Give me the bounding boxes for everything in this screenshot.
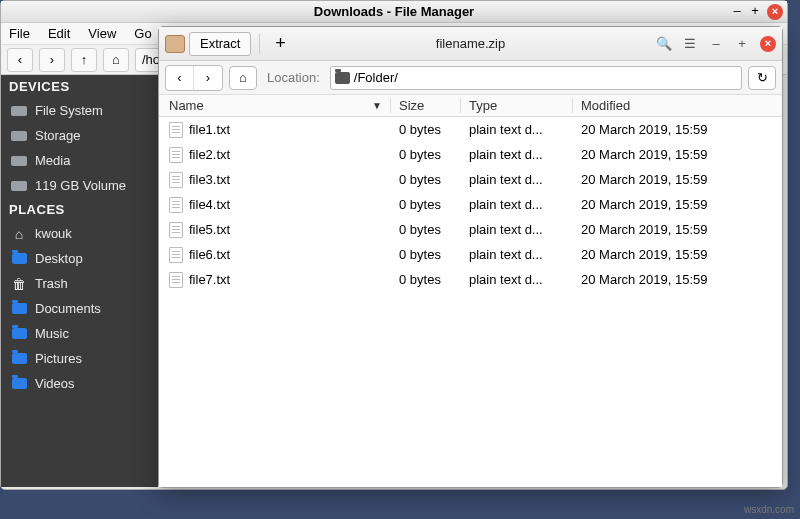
file-icon <box>169 172 183 188</box>
sidebar-item-label: Trash <box>35 276 68 291</box>
file-list[interactable]: file1.txt0 bytesplain text d...20 March … <box>159 117 782 487</box>
column-type-label: Type <box>469 98 497 113</box>
file-icon <box>169 122 183 138</box>
file-size: 0 bytes <box>391 197 461 212</box>
table-row[interactable]: file4.txt0 bytesplain text d...20 March … <box>159 192 782 217</box>
sidebar-item-device[interactable]: Media <box>1 148 158 173</box>
column-size[interactable]: Size <box>391 98 461 113</box>
home-button[interactable]: ⌂ <box>103 48 129 72</box>
file-name: file5.txt <box>189 222 230 237</box>
column-modified[interactable]: Modified <box>573 98 782 113</box>
column-headers: Name ▼ Size Type Modified <box>159 95 782 117</box>
sidebar-item-place[interactable]: ⌂kwouk <box>1 221 158 246</box>
file-size: 0 bytes <box>391 147 461 162</box>
forward-button[interactable]: › <box>39 48 65 72</box>
minimize-button[interactable]: – <box>708 36 724 52</box>
sidebar-item-place[interactable]: Desktop <box>1 246 158 271</box>
table-row[interactable]: file6.txt0 bytesplain text d...20 March … <box>159 242 782 267</box>
file-size: 0 bytes <box>391 122 461 137</box>
file-manager-titlebar[interactable]: Downloads - File Manager – + × <box>1 1 787 23</box>
trash-icon: 🗑 <box>11 277 27 291</box>
file-name: file2.txt <box>189 147 230 162</box>
disk-icon <box>11 154 27 168</box>
sidebar-item-place[interactable]: Pictures <box>1 346 158 371</box>
archive-icon <box>165 35 185 53</box>
refresh-button[interactable]: ↻ <box>748 66 776 90</box>
file-manager-sidebar: DEVICES File SystemStorageMedia119 GB Vo… <box>1 75 158 487</box>
file-size: 0 bytes <box>391 272 461 287</box>
sidebar-item-label: Media <box>35 153 70 168</box>
table-row[interactable]: file1.txt0 bytesplain text d...20 March … <box>159 117 782 142</box>
nav-buttons: ‹ › <box>165 65 223 91</box>
maximize-button[interactable]: + <box>734 36 750 52</box>
column-size-label: Size <box>399 98 424 113</box>
search-icon[interactable]: 🔍 <box>656 36 672 52</box>
file-icon <box>169 197 183 213</box>
sidebar-item-device[interactable]: 119 GB Volume <box>1 173 158 198</box>
table-row[interactable]: file5.txt0 bytesplain text d...20 March … <box>159 217 782 242</box>
nav-back-button[interactable]: ‹ <box>166 66 194 90</box>
file-icon <box>169 247 183 263</box>
disk-icon <box>11 129 27 143</box>
archive-manager-window: Extract + filename.zip 🔍 ☰ – + × ‹ › ⌂ L… <box>158 26 783 488</box>
close-button[interactable]: × <box>760 36 776 52</box>
menu-view[interactable]: View <box>88 26 116 41</box>
file-name: file1.txt <box>189 122 230 137</box>
file-modified: 20 March 2019, 15:59 <box>573 272 782 287</box>
file-type: plain text d... <box>461 272 573 287</box>
menu-edit[interactable]: Edit <box>48 26 70 41</box>
nav-forward-button[interactable]: › <box>194 66 222 90</box>
sidebar-item-label: 119 GB Volume <box>35 178 126 193</box>
extract-button[interactable]: Extract <box>189 32 251 56</box>
file-size: 0 bytes <box>391 222 461 237</box>
table-row[interactable]: file3.txt0 bytesplain text d...20 March … <box>159 167 782 192</box>
file-modified: 20 March 2019, 15:59 <box>573 147 782 162</box>
location-input[interactable]: /Folder/ <box>330 66 742 90</box>
file-modified: 20 March 2019, 15:59 <box>573 247 782 262</box>
menu-icon[interactable]: ☰ <box>682 36 698 52</box>
sort-indicator-icon: ▼ <box>372 100 382 111</box>
folder-icon <box>11 352 27 366</box>
sidebar-item-label: Videos <box>35 376 75 391</box>
close-button[interactable]: × <box>767 4 783 20</box>
file-size: 0 bytes <box>391 172 461 187</box>
maximize-button[interactable]: + <box>749 6 761 18</box>
sidebar-item-place[interactable]: 🗑Trash <box>1 271 158 296</box>
folder-icon <box>11 377 27 391</box>
file-icon <box>169 222 183 238</box>
location-path: /Folder/ <box>354 70 398 85</box>
sidebar-item-device[interactable]: File System <box>1 98 158 123</box>
watermark: wsxdn.com <box>744 504 794 515</box>
archive-titlebar[interactable]: Extract + filename.zip 🔍 ☰ – + × <box>159 27 782 61</box>
sidebar-heading-places: PLACES <box>1 198 158 221</box>
sidebar-item-label: kwouk <box>35 226 72 241</box>
file-modified: 20 March 2019, 15:59 <box>573 197 782 212</box>
add-button[interactable]: + <box>268 32 292 56</box>
menu-file[interactable]: File <box>9 26 30 41</box>
disk-icon <box>11 179 27 193</box>
minimize-button[interactable]: – <box>731 6 743 18</box>
archive-filename: filename.zip <box>436 36 505 51</box>
file-modified: 20 March 2019, 15:59 <box>573 222 782 237</box>
up-button[interactable]: ↑ <box>71 48 97 72</box>
back-button[interactable]: ‹ <box>7 48 33 72</box>
column-type[interactable]: Type <box>461 98 573 113</box>
home-icon: ⌂ <box>11 227 27 241</box>
sidebar-item-place[interactable]: Music <box>1 321 158 346</box>
folder-icon <box>11 327 27 341</box>
sidebar-item-place[interactable]: Documents <box>1 296 158 321</box>
column-name[interactable]: Name ▼ <box>159 98 391 113</box>
file-type: plain text d... <box>461 122 573 137</box>
file-name: file3.txt <box>189 172 230 187</box>
table-row[interactable]: file2.txt0 bytesplain text d...20 March … <box>159 142 782 167</box>
sidebar-item-label: Storage <box>35 128 81 143</box>
location-bar: ‹ › ⌂ Location: /Folder/ ↻ <box>159 61 782 95</box>
table-row[interactable]: file7.txt0 bytesplain text d...20 March … <box>159 267 782 292</box>
sidebar-item-place[interactable]: Videos <box>1 371 158 396</box>
file-modified: 20 March 2019, 15:59 <box>573 122 782 137</box>
menu-go[interactable]: Go <box>134 26 151 41</box>
file-type: plain text d... <box>461 247 573 262</box>
file-name: file4.txt <box>189 197 230 212</box>
nav-home-button[interactable]: ⌂ <box>229 66 257 90</box>
sidebar-item-device[interactable]: Storage <box>1 123 158 148</box>
